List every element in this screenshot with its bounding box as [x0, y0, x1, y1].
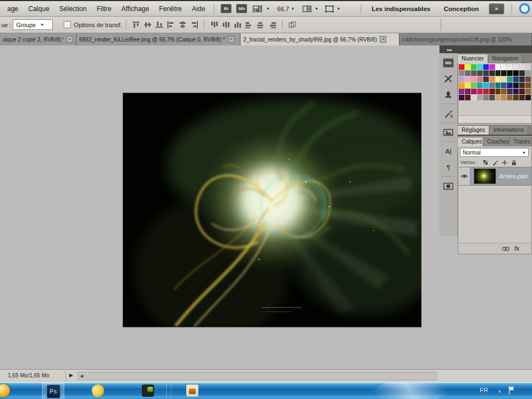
color-swatch[interactable]: [465, 89, 470, 94]
brush-presets-icon[interactable]: [442, 107, 455, 120]
color-swatch[interactable]: [465, 83, 470, 88]
lock-position-icon[interactable]: [501, 159, 508, 166]
language-indicator[interactable]: FR: [480, 387, 488, 393]
start-button[interactable]: [0, 384, 10, 397]
document-tab[interactable]: c4dchromegrungeexplosion1df.png @ 100%: [400, 33, 532, 45]
color-swatch[interactable]: [495, 70, 501, 76]
color-swatch[interactable]: [501, 76, 507, 82]
color-swatch[interactable]: [465, 70, 470, 76]
color-swatch[interactable]: [489, 95, 495, 100]
distribute-right-edges-icon[interactable]: [268, 21, 277, 29]
color-swatch[interactable]: [459, 76, 464, 82]
clone-source-icon[interactable]: [442, 88, 455, 101]
color-swatch[interactable]: [489, 64, 495, 70]
color-swatch[interactable]: [513, 83, 519, 88]
lock-all-icon[interactable]: [510, 159, 518, 166]
color-swatch[interactable]: [513, 95, 519, 100]
color-swatch[interactable]: [483, 95, 489, 100]
color-swatch[interactable]: [477, 95, 483, 100]
menu-item-fentre[interactable]: Fenêtre: [154, 5, 187, 13]
color-swatch[interactable]: [519, 76, 525, 82]
action-center-flag-icon[interactable]: [508, 386, 515, 397]
color-swatch[interactable]: [459, 89, 464, 94]
panel-tab-navigation[interactable]: Navigation: [488, 54, 523, 63]
color-swatch[interactable]: [471, 70, 477, 76]
menu-item-calque[interactable]: Calque: [23, 5, 54, 13]
workspace-essentials-button[interactable]: Les indispensables: [365, 6, 437, 12]
collapse-to-icons-button[interactable]: ▶▶: [447, 48, 452, 52]
align-horizontal-centers-icon[interactable]: [178, 21, 187, 29]
color-swatch[interactable]: [519, 89, 525, 94]
blend-mode-dropdown[interactable]: Normal ▼: [460, 148, 529, 157]
color-swatch[interactable]: [501, 95, 507, 100]
distribute-top-edges-icon[interactable]: [209, 21, 219, 29]
color-swatch[interactable]: [477, 76, 483, 82]
color-swatch[interactable]: [483, 89, 489, 94]
menu-item-filtre[interactable]: Filtre: [91, 5, 116, 13]
align-bottom-edges-icon[interactable]: [155, 21, 164, 29]
color-swatch[interactable]: [513, 64, 519, 70]
panel-tab-nuancier[interactable]: Nuancier: [458, 54, 488, 63]
color-swatch[interactable]: [465, 95, 470, 100]
color-swatch[interactable]: [483, 83, 489, 88]
menu-item-affichage[interactable]: Affichage: [116, 5, 154, 13]
layer-visibility-toggle[interactable]: [458, 167, 470, 185]
color-swatch[interactable]: [459, 64, 464, 70]
bridge-button[interactable]: Br: [221, 4, 232, 13]
color-swatch[interactable]: [525, 64, 531, 70]
auto-align-layers-icon[interactable]: [288, 21, 297, 29]
tab-close-icon[interactable]: ×: [228, 36, 234, 43]
color-swatch[interactable]: [477, 70, 483, 76]
color-swatch[interactable]: [483, 70, 489, 76]
color-swatch[interactable]: [495, 89, 501, 94]
color-swatch[interactable]: [495, 95, 501, 100]
color-swatch[interactable]: [495, 76, 501, 82]
auto-select-group-dropdown[interactable]: Groupe ▼: [13, 19, 53, 30]
panel-tab-couches[interactable]: Couches: [483, 137, 510, 146]
document-canvas[interactable]: [123, 93, 421, 327]
menu-item-slection[interactable]: Sélection: [54, 5, 91, 13]
color-swatch[interactable]: [507, 89, 513, 94]
panel-tab-tracés[interactable]: Tracés: [510, 137, 532, 146]
tool-presets-icon[interactable]: [442, 72, 455, 85]
mini-bridge-icon[interactable]: Mb: [442, 56, 455, 69]
show-transform-checkbox[interactable]: [64, 21, 71, 28]
color-swatch[interactable]: [471, 64, 477, 70]
color-swatch[interactable]: [525, 95, 531, 100]
color-swatch[interactable]: [507, 64, 513, 70]
menu-item-age[interactable]: age: [2, 5, 23, 13]
color-swatch[interactable]: [519, 70, 525, 76]
document-tab[interactable]: 2_fractal_renders_by_shady999.jpg @ 66,7…: [241, 33, 400, 45]
tab-close-icon[interactable]: ×: [380, 36, 386, 43]
tray-caret-icon[interactable]: ▲: [498, 389, 502, 393]
link-layers-icon[interactable]: [502, 244, 510, 254]
color-swatch[interactable]: [471, 76, 477, 82]
distribute-left-edges-icon[interactable]: [244, 21, 254, 29]
layer-row-background[interactable]: Arrière-plan: [458, 167, 531, 186]
distribute-bottom-edges-icon[interactable]: [233, 21, 242, 29]
color-swatch[interactable]: [513, 70, 519, 76]
color-swatch[interactable]: [483, 64, 489, 70]
color-swatch[interactable]: [507, 70, 513, 76]
document-tab[interactable]: alque 2 copie 2, RVB/8) *×: [0, 33, 76, 45]
color-swatch[interactable]: [477, 83, 483, 88]
panel-tab-réglages[interactable]: Réglages: [458, 126, 489, 135]
zoom-level-dropdown[interactable]: 66,7 ▼: [277, 6, 294, 12]
color-swatch[interactable]: [489, 70, 495, 76]
color-swatch[interactable]: [501, 70, 507, 76]
layer-thumbnail[interactable]: [474, 168, 496, 184]
color-swatch[interactable]: [465, 64, 470, 70]
color-swatch[interactable]: [501, 83, 507, 88]
panel-tab-calques[interactable]: Calques: [458, 137, 483, 146]
color-swatch[interactable]: [519, 95, 525, 100]
color-swatch[interactable]: [507, 95, 513, 100]
color-swatch[interactable]: [477, 64, 483, 70]
color-swatch[interactable]: [471, 89, 477, 94]
panel-tab-informations[interactable]: Informations: [489, 126, 528, 135]
align-left-edges-icon[interactable]: [166, 21, 176, 29]
align-right-edges-icon[interactable]: [190, 21, 199, 29]
color-swatch[interactable]: [513, 89, 519, 94]
color-swatch[interactable]: [501, 89, 507, 94]
arrange-documents-button[interactable]: ▼: [302, 4, 319, 13]
align-vertical-centers-icon[interactable]: [143, 21, 152, 29]
